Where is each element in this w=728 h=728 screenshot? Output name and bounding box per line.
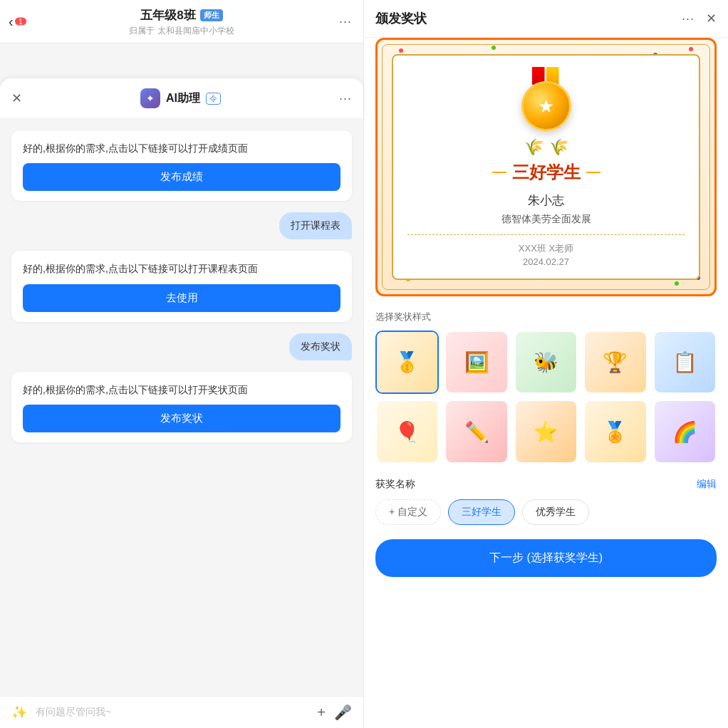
right-header: 颁发奖状 ··· ✕ — [364, 0, 728, 38]
header-actions: ··· ✕ — [682, 11, 717, 26]
ai-badge: 令 — [206, 93, 221, 105]
ai-footer: ✨ 有问题尽管问我~ + 🎤 — [0, 696, 363, 728]
style-item-balloon[interactable]: 🎈 — [375, 400, 439, 463]
sanhao-chip[interactable]: 三好学生 — [448, 499, 515, 525]
go-use-button[interactable]: 去使用 — [23, 284, 340, 312]
ai-title-text: AI助理 — [166, 91, 200, 106]
back-button[interactable]: ‹ 1 — [9, 14, 26, 30]
confetti-dot — [689, 47, 693, 51]
cert-wheat-decoration: 🌾 🌾 — [407, 138, 685, 157]
medal-star-icon: ★ — [538, 95, 554, 118]
mic-icon[interactable]: 🎤 — [334, 704, 352, 721]
ai-message-2-text: 好的,根据你的需求,点击以下链接可以打开课程表页面 — [23, 263, 258, 274]
style-img-bee: 🐝 — [516, 332, 576, 392]
youxiu-chip[interactable]: 优秀学生 — [522, 499, 589, 525]
top-nav: ‹ 1 五年级8班 师生 归属于 太和县闻庙中小学校 ··· — [0, 0, 363, 43]
right-more-button[interactable]: ··· — [682, 11, 695, 26]
next-step-button[interactable]: 下一步 (选择获奖学生) — [375, 539, 717, 577]
right-panel: 颁发奖状 ··· ✕ — [363, 0, 728, 728]
sanhao-label: 三好学生 — [462, 506, 501, 517]
confetti-dot — [399, 48, 403, 53]
ai-input[interactable]: 有问题尽管问我~ — [36, 706, 308, 719]
ai-title-group: ✦ AI助理 令 — [140, 88, 221, 108]
style-item-trophy[interactable]: 🏆 — [583, 331, 647, 394]
style-img-stars: ⭐ — [516, 401, 576, 462]
user-bubble-1: 打开课程表 — [11, 212, 352, 239]
confetti-dot — [492, 46, 496, 50]
ai-message-1: 好的,根据你的需求,点击以下链接可以打开成绩页面 发布成绩 — [11, 130, 352, 201]
magic-icon: ✨ — [11, 704, 27, 720]
cert-divider — [407, 234, 685, 235]
style-item-rainbow[interactable]: 🌈 — [653, 400, 717, 463]
cert-class-info: XXX班 X老师 — [407, 242, 685, 255]
class-title-block: 五年级8班 师生 归属于 太和县闻庙中小学校 — [11, 7, 352, 37]
certificate-card: ★ 🌾 🌾 三好学生 朱小志 德智体美劳全面发展 XXX班 X老师 2024.0… — [392, 54, 700, 280]
plus-icon[interactable]: + — [317, 704, 326, 721]
style-item-frame1[interactable]: 🖼️ — [444, 331, 508, 394]
ai-chat-body: 好的,根据你的需求,点击以下链接可以打开成绩页面 发布成绩 打开课程表 好的,根… — [0, 119, 363, 696]
ai-message-3: 好的,根据你的需求,点击以下链接可以打开奖状页面 发布奖状 — [11, 372, 352, 442]
publish-grade-button[interactable]: 发布成绩 — [23, 163, 340, 191]
medal: ★ — [514, 67, 578, 131]
youxiu-label: 优秀学生 — [536, 506, 576, 517]
ai-message-1-text: 好的,根据你的需求,点击以下链接可以打开成绩页面 — [23, 142, 248, 154]
style-img-medal: 🥇 — [377, 332, 437, 392]
left-panel: ‹ 1 五年级8班 师生 归属于 太和县闻庙中小学校 ··· ✕ ✦ AI助理 … — [0, 0, 363, 728]
user-bubble-2-text: 发布奖状 — [289, 333, 352, 360]
class-title: 五年级8班 师生 — [11, 7, 352, 24]
panel-title: 颁发奖状 — [375, 10, 427, 27]
style-item-stars[interactable]: ⭐ — [514, 400, 578, 463]
style-img-badge: 🏅 — [585, 401, 645, 462]
medal-container: ★ — [407, 67, 685, 131]
cert-student-name: 朱小志 — [407, 192, 685, 209]
ai-header: ✕ ✦ AI助理 令 ··· — [0, 78, 363, 119]
teacher-tag: 师生 — [200, 9, 223, 21]
style-img-frame2: 📋 — [655, 332, 715, 392]
award-section-header: 获奖名称 编辑 — [375, 478, 717, 491]
style-section-label: 选择奖状样式 — [375, 311, 717, 323]
ai-message-3-text: 好的,根据你的需求,点击以下链接可以打开奖状页面 — [23, 384, 248, 395]
award-section-label: 获奖名称 — [375, 478, 415, 491]
user-bubble-2: 发布奖状 — [11, 333, 352, 360]
style-img-trophy: 🏆 — [585, 332, 645, 392]
ai-icon: ✦ — [140, 88, 160, 108]
publish-award-button[interactable]: 发布奖状 — [23, 405, 340, 432]
wheat-right-icon: 🌾 — [549, 138, 568, 157]
ai-close-button[interactable]: ✕ — [11, 90, 22, 106]
style-grid: 🥇 🖼️ 🐝 🏆 📋 🎈 ✏️ ⭐ — [375, 331, 717, 464]
style-item-bee[interactable]: 🐝 — [514, 331, 578, 394]
add-custom-label: + 自定义 — [389, 506, 427, 517]
style-item-medal[interactable]: 🥇 — [375, 331, 439, 394]
right-close-button[interactable]: ✕ — [706, 11, 717, 26]
cert-date: 2024.02.27 — [407, 256, 685, 267]
confetti-dot — [675, 281, 679, 286]
cert-award-name: 三好学生 — [407, 161, 685, 184]
back-arrow-icon: ‹ — [9, 14, 14, 30]
style-img-balloon: 🎈 — [377, 401, 437, 462]
award-chips: + 自定义 三好学生 优秀学生 — [375, 499, 717, 525]
add-custom-chip[interactable]: + 自定义 — [375, 499, 441, 525]
class-name-text: 五年级8班 — [140, 7, 195, 24]
style-item-frame2[interactable]: 📋 — [653, 331, 717, 394]
style-img-frame1: 🖼️ — [446, 332, 506, 392]
ai-panel: ✕ ✦ AI助理 令 ··· 好的,根据你的需求,点击以下链接可以打开成绩页面 … — [0, 78, 363, 728]
certificate-preview: ★ 🌾 🌾 三好学生 朱小志 德智体美劳全面发展 XXX班 X老师 2024.0… — [375, 38, 717, 296]
style-img-rainbow: 🌈 — [655, 401, 715, 462]
class-subtitle: 归属于 太和县闻庙中小学校 — [11, 25, 352, 37]
medal-circle: ★ — [521, 81, 571, 131]
user-bubble-1-text: 打开课程表 — [279, 212, 352, 239]
style-item-badge[interactable]: 🏅 — [583, 400, 647, 463]
ai-more-button[interactable]: ··· — [339, 91, 352, 106]
edit-link[interactable]: 编辑 — [697, 478, 717, 491]
ai-message-2: 好的,根据你的需求,点击以下链接可以打开课程表页面 去使用 — [11, 251, 352, 321]
wheat-left-icon: 🌾 — [524, 138, 544, 157]
nav-more-button[interactable]: ··· — [339, 14, 352, 29]
style-item-pencil[interactable]: ✏️ — [444, 400, 508, 463]
style-img-pencil: ✏️ — [446, 401, 506, 462]
right-body: ★ 🌾 🌾 三好学生 朱小志 德智体美劳全面发展 XXX班 X老师 2024.0… — [364, 38, 728, 728]
cert-description: 德智体美劳全面发展 — [407, 213, 685, 226]
nav-badge: 1 — [15, 18, 26, 26]
